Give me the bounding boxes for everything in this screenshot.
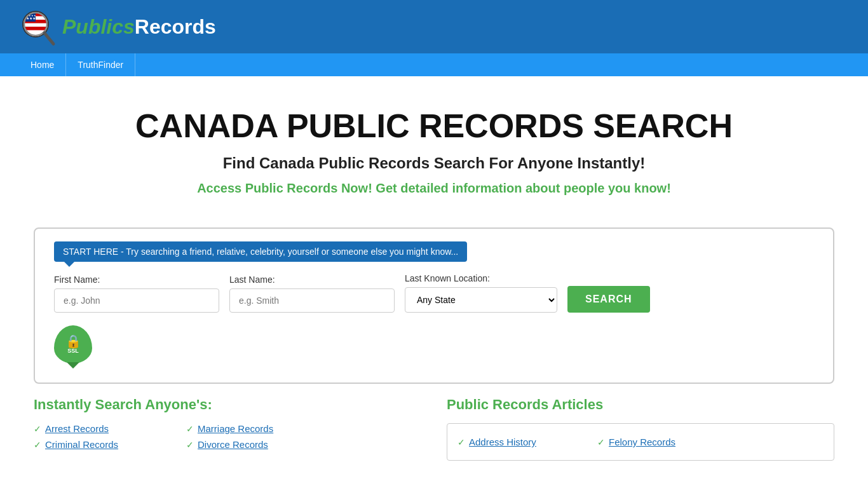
article-address-history: ✓ Address History	[458, 437, 572, 447]
address-history-link[interactable]: Address History	[469, 437, 536, 447]
check-icon: ✓	[186, 440, 194, 450]
main-nav: Home TruthFinder	[0, 53, 868, 76]
logo-text: PublicsRecords	[62, 15, 216, 39]
records-list: ✓ Arrest Records ✓ Marriage Records	[34, 423, 421, 434]
last-name-input[interactable]	[229, 288, 395, 313]
article-felony-records: ✓ Felony Records	[597, 437, 712, 447]
hero-cta: Access Public Records Now! Get detailed …	[34, 181, 834, 196]
bottom-section: Instantly Search Anyone's: ✓ Arrest Reco…	[34, 396, 834, 461]
location-group: Last Known Location: Any StateAlabamaAla…	[405, 273, 557, 313]
lock-icon: 🔒	[65, 335, 81, 348]
hero-section: CANADA PUBLIC RECORDS SEARCH Find Canada…	[34, 95, 834, 215]
search-tooltip: START HERE - Try searching a friend, rel…	[54, 241, 467, 262]
ssl-text: SSL	[67, 348, 79, 354]
criminal-records-link[interactable]: Criminal Records	[45, 439, 118, 450]
main-content: CANADA PUBLIC RECORDS SEARCH Find Canada…	[21, 76, 847, 480]
first-name-input[interactable]	[54, 288, 219, 313]
list-item-divorce: ✓ Divorce Records	[186, 439, 313, 450]
last-name-group: Last Name:	[229, 274, 395, 313]
site-header: ★★★ ★★★★ PublicsRecords	[0, 0, 868, 53]
articles-list: ✓ Address History ✓ Felony Records	[458, 434, 824, 450]
nav-home[interactable]: Home	[19, 53, 66, 76]
arrest-records-link[interactable]: Arrest Records	[45, 423, 109, 434]
logo-icon: ★★★ ★★★★	[19, 8, 57, 46]
marriage-records-link[interactable]: Marriage Records	[198, 423, 273, 434]
logo[interactable]: ★★★ ★★★★ PublicsRecords	[19, 8, 216, 46]
last-name-label: Last Name:	[229, 274, 395, 285]
logo-records-text: Records	[135, 15, 216, 38]
search-button[interactable]: SEARCH	[567, 286, 650, 313]
check-icon: ✓	[597, 437, 605, 447]
list-item-criminal: ✓ Criminal Records	[34, 439, 161, 450]
divorce-records-link[interactable]: Divorce Records	[198, 439, 268, 450]
list-item-arrest: ✓ Arrest Records	[34, 423, 161, 434]
page-title: CANADA PUBLIC RECORDS SEARCH	[34, 108, 834, 144]
check-icon: ✓	[186, 424, 194, 434]
felony-records-link[interactable]: Felony Records	[609, 437, 675, 447]
location-select[interactable]: Any StateAlabamaAlaskaArizonaArkansasCal…	[405, 287, 557, 313]
check-icon: ✓	[34, 424, 41, 434]
ssl-badge: 🔒 SSL	[54, 325, 92, 363]
first-name-group: First Name:	[54, 274, 219, 313]
articles-box: ✓ Address History ✓ Felony Records	[447, 423, 834, 461]
svg-rect-5	[24, 27, 47, 30]
check-icon: ✓	[458, 437, 465, 447]
search-box: START HERE - Try searching a friend, rel…	[34, 227, 834, 384]
location-label: Last Known Location:	[405, 273, 557, 283]
search-fields: First Name: Last Name: Last Known Locati…	[54, 273, 814, 313]
first-name-label: First Name:	[54, 274, 219, 285]
list-item-marriage: ✓ Marriage Records	[186, 423, 313, 434]
articles-section: Public Records Articles ✓ Address Histor…	[447, 396, 834, 461]
records-list-row2: ✓ Criminal Records ✓ Divorce Records	[34, 439, 421, 450]
hero-subtitle: Find Canada Public Records Search For An…	[34, 154, 834, 172]
articles-section-title: Public Records Articles	[447, 396, 834, 413]
records-section: Instantly Search Anyone's: ✓ Arrest Reco…	[34, 396, 421, 461]
svg-line-10	[44, 33, 53, 44]
nav-truthfinder[interactable]: TruthFinder	[66, 53, 135, 76]
records-section-title: Instantly Search Anyone's:	[34, 396, 421, 413]
check-icon: ✓	[34, 440, 41, 450]
logo-publics-text: Publics	[62, 15, 135, 38]
